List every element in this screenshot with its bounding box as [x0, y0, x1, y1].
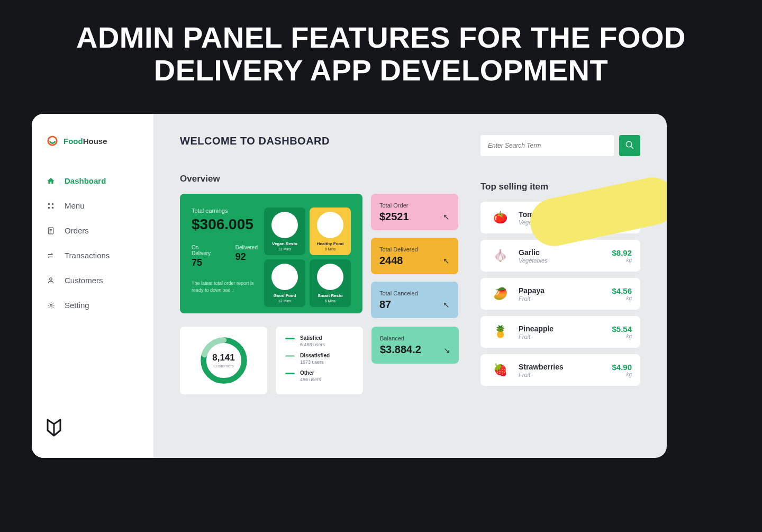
- legend-color-icon: [285, 373, 295, 374]
- item-image: 🍓: [489, 360, 511, 380]
- list-item[interactable]: 🍍 Pineapple Fruit $5.54 kg: [480, 316, 640, 348]
- legend-label: Other: [300, 370, 321, 376]
- resto-card[interactable]: Smart Resto 6 Mins: [310, 259, 351, 307]
- legend-label: Dissatisfied: [300, 353, 330, 358]
- list-item[interactable]: 🧄 Garlic Vegetables $8.92 kg: [480, 240, 640, 272]
- resto-card[interactable]: Vegan Resto 12 Mins: [264, 208, 305, 255]
- resto-name: Smart Resto: [318, 293, 342, 298]
- top-selling-title: Top selling item: [480, 182, 640, 192]
- stat-total-order[interactable]: Total Order $2521 ↖: [371, 194, 458, 230]
- overview-title: Overview: [180, 174, 460, 184]
- grid-icon: [47, 202, 55, 210]
- sidebar-item-orders[interactable]: Orders: [47, 226, 139, 235]
- left-column: WELCOME TO DASHBOARD Overview Total earn…: [180, 135, 460, 442]
- stat-label: Balanced: [380, 335, 450, 341]
- svg-line-15: [631, 146, 633, 149]
- nav: Dashboard Menu Orders Transactions Custo…: [47, 176, 139, 310]
- earnings-value: $306.005: [192, 216, 258, 233]
- stat-label: Total Delivered: [379, 246, 450, 253]
- stat-total-canceled[interactable]: Total Canceled 87 ↖: [371, 282, 458, 318]
- resto-name: Healthy Food: [317, 241, 344, 246]
- resto-name: Good Food: [274, 293, 296, 298]
- item-unit: kg: [612, 333, 632, 339]
- resto-image: [317, 212, 343, 238]
- legend-card: Satisfied 6 468 users Dissatisfied 1673 …: [276, 327, 363, 394]
- item-name: Garlic: [519, 248, 604, 257]
- sidebar-item-label: Orders: [65, 226, 89, 235]
- stats-column: Total Order $2521 ↖ Total Delivered 2448…: [371, 194, 458, 318]
- stat-value: $3.884.2: [380, 344, 450, 356]
- stat-value: $2521: [379, 211, 450, 223]
- stat-label: Total Order: [379, 202, 450, 209]
- svg-point-3: [48, 206, 50, 209]
- resto-time: 12 Mins: [278, 247, 292, 251]
- legend-label: Satisfied: [300, 335, 325, 341]
- logo-text: FoodHouse: [64, 137, 107, 146]
- sidebar-item-label: Customers: [65, 276, 103, 285]
- sidebar-item-label: Transactions: [65, 251, 110, 260]
- earnings-note: The latest total order report is ready t…: [192, 280, 258, 293]
- page-title: WELCOME TO DASHBOARD: [180, 135, 460, 147]
- earnings-label: Total earnings: [192, 208, 258, 214]
- search-icon: [625, 140, 634, 151]
- search-row: [480, 135, 640, 156]
- stat-value: 87: [379, 299, 450, 311]
- arrow-up-left-icon: ↖: [443, 256, 450, 266]
- donut-chart: 8,141 Customers: [198, 335, 249, 386]
- item-image: 🥭: [489, 284, 511, 303]
- svg-point-10: [50, 304, 52, 306]
- search-input[interactable]: [480, 135, 614, 156]
- item-category: Vegetables: [519, 219, 604, 226]
- resto-name: Vegan Resto: [272, 241, 297, 246]
- legend-sub: 456 users: [300, 377, 321, 382]
- item-price: $5.54: [612, 324, 632, 333]
- item-category: Fruit: [519, 295, 604, 302]
- resto-time: 8 Mins: [325, 247, 336, 251]
- customers-donut-card: 8,141 Customers: [180, 327, 267, 394]
- overview-row: Total earnings $306.005 On Delivery 75 D…: [180, 194, 460, 318]
- earnings-card: Total earnings $306.005 On Delivery 75 D…: [180, 194, 362, 313]
- item-category: Fruit: [519, 333, 604, 340]
- sidebar-item-menu[interactable]: Menu: [47, 201, 139, 210]
- customers-total: 8,141: [212, 353, 235, 363]
- sidebar-item-transactions[interactable]: Transactions: [47, 251, 139, 260]
- svg-point-1: [48, 203, 50, 205]
- item-image: 🍅: [489, 208, 511, 227]
- logo-icon: [47, 135, 58, 147]
- document-icon: [47, 227, 55, 235]
- arrows-icon: [47, 251, 55, 260]
- legend-color-icon: [285, 338, 295, 339]
- item-image: 🍍: [489, 322, 511, 341]
- list-item[interactable]: 🍅 Tomato Vegetables $5.79 kg: [480, 202, 640, 233]
- resto-time: 12 Mins: [278, 299, 292, 303]
- user-icon: [47, 276, 55, 285]
- resto-card[interactable]: Healthy Food 8 Mins: [310, 208, 351, 255]
- item-price: $8.92: [612, 248, 632, 257]
- search-button[interactable]: [619, 135, 640, 156]
- sidebar-item-customers[interactable]: Customers: [47, 276, 139, 285]
- legend-sub: 6 468 users: [300, 342, 325, 347]
- legend-sub: 1673 users: [300, 359, 330, 365]
- sidebar-item-dashboard[interactable]: Dashboard: [47, 176, 139, 185]
- stat-value: 2448: [379, 255, 450, 267]
- item-price: $4.90: [612, 363, 632, 372]
- sidebar-item-setting[interactable]: Setting: [47, 301, 139, 310]
- top-selling-list: 🍅 Tomato Vegetables $5.79 kg 🧄 Garlic Ve…: [480, 202, 640, 386]
- list-item[interactable]: 🥭 Papaya Fruit $4.56 kg: [480, 278, 640, 310]
- logo: FoodHouse: [47, 135, 139, 147]
- main: WELCOME TO DASHBOARD Overview Total earn…: [153, 114, 667, 458]
- item-name: Strawberries: [519, 363, 604, 371]
- stat-total-delivered[interactable]: Total Delivered 2448 ↖: [371, 238, 458, 274]
- item-unit: kg: [612, 257, 632, 263]
- stat-balanced[interactable]: Balanced $3.884.2 ↘: [371, 327, 459, 364]
- arrow-up-left-icon: ↖: [443, 300, 450, 310]
- legend-item: Dissatisfied 1673 users: [285, 353, 353, 365]
- sidebar-item-label: Menu: [65, 201, 85, 210]
- delivered-label: Delivered: [235, 245, 258, 250]
- item-unit: kg: [612, 219, 632, 225]
- resto-card[interactable]: Good Food 12 Mins: [264, 259, 305, 307]
- item-category: Vegetables: [519, 257, 604, 264]
- sidebar: FoodHouse Dashboard Menu Orders Transact…: [32, 114, 153, 458]
- hero-title: ADMIN PANEL FEATURES FOR THE FOOD DELIVE…: [0, 0, 762, 102]
- list-item[interactable]: 🍓 Strawberries Fruit $4.90 kg: [480, 354, 640, 386]
